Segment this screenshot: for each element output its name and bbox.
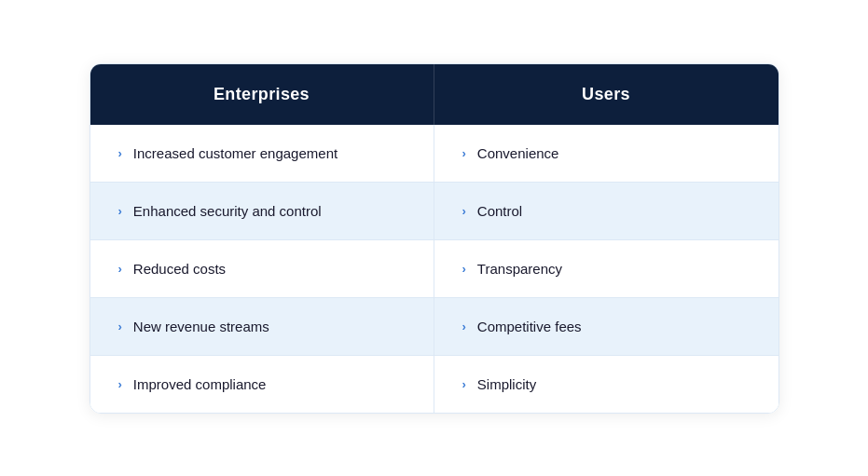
enterprise-cell: ›Enhanced security and control <box>90 183 434 240</box>
user-item-text: Transparency <box>477 261 562 277</box>
enterprise-item-text: Enhanced security and control <box>133 203 322 219</box>
user-cell: ›Transparency <box>434 240 778 298</box>
table-row: ›Increased customer engagement›Convenien… <box>90 125 778 183</box>
chevron-icon: › <box>118 377 122 391</box>
chevron-icon: › <box>118 146 122 160</box>
user-cell: ›Control <box>434 183 778 240</box>
user-cell: ›Simplicity <box>434 356 778 413</box>
comparison-table: Enterprises Users ›Increased customer en… <box>90 63 779 414</box>
enterprise-cell: ›Improved compliance <box>90 356 434 413</box>
table-header: Enterprises Users <box>90 64 778 125</box>
table-row: ›Improved compliance›Simplicity <box>90 356 778 413</box>
header-users: Users <box>434 64 778 125</box>
table-row: ›New revenue streams›Competitive fees <box>90 298 778 356</box>
user-cell: ›Convenience <box>434 125 778 183</box>
enterprise-item-text: New revenue streams <box>133 319 269 334</box>
chevron-icon: › <box>118 320 122 333</box>
chevron-icon: › <box>118 204 122 218</box>
chevron-icon: › <box>462 146 466 160</box>
enterprise-item-text: Increased customer engagement <box>133 145 338 161</box>
table-row: ›Reduced costs›Transparency <box>90 240 778 298</box>
chevron-icon: › <box>462 262 466 276</box>
header-users-label: Users <box>582 85 630 103</box>
header-enterprises: Enterprises <box>90 64 434 125</box>
user-item-text: Simplicity <box>477 376 536 392</box>
enterprise-cell: ›Reduced costs <box>90 240 434 298</box>
chevron-icon: › <box>462 320 466 333</box>
user-item-text: Control <box>477 203 522 219</box>
user-item-text: Competitive fees <box>477 319 582 334</box>
enterprise-cell: ›Increased customer engagement <box>90 125 434 183</box>
table-body: ›Increased customer engagement›Convenien… <box>90 125 778 413</box>
chevron-icon: › <box>462 204 466 218</box>
user-cell: ›Competitive fees <box>434 298 778 356</box>
enterprise-item-text: Reduced costs <box>133 261 226 277</box>
user-item-text: Convenience <box>477 145 559 161</box>
table-row: ›Enhanced security and control›Control <box>90 183 778 240</box>
chevron-icon: › <box>462 377 466 391</box>
header-enterprises-label: Enterprises <box>214 85 310 103</box>
enterprise-cell: ›New revenue streams <box>90 298 434 356</box>
enterprise-item-text: Improved compliance <box>133 376 267 392</box>
chevron-icon: › <box>118 262 122 276</box>
